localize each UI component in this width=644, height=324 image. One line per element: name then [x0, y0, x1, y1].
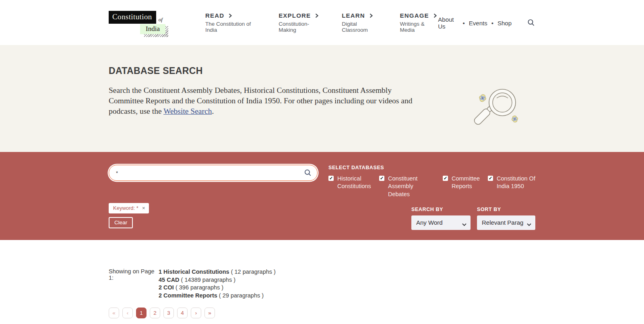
result-count: 2 Committee Reports [159, 292, 217, 299]
search-box [109, 165, 318, 181]
logo-india-text: India [140, 24, 165, 34]
website-search-link[interactable]: Website Search [163, 107, 212, 115]
pagination-first-button[interactable]: « [109, 308, 119, 318]
database-checkbox-row: ✓ Historical Constitutions ✓ Constituent… [328, 175, 535, 198]
page-description: Search the Constituent Assembly Debates,… [109, 85, 427, 117]
nav-explore-subtitle: Constitution-Making [279, 21, 323, 33]
database-search-panel: Keyword: * × Clear SELECT DATABASES ✓ Hi… [0, 152, 644, 240]
sort-by-group: SORT BY Relevant Paragraph [477, 207, 535, 230]
checkbox-label: Constitution Of India 1950 [497, 175, 535, 191]
description-text: Search the Constituent Assembly Debates,… [109, 86, 412, 115]
showing-on-page-label: Showing on Page 1: [109, 268, 159, 300]
site-logo[interactable]: Constitution of India [109, 11, 169, 34]
result-detail: ( 29 paragraphs ) [217, 292, 264, 299]
nav-item-read[interactable]: READ The Constitution of India [205, 12, 260, 33]
results-section: Showing on Page 1: 1 Historical Constitu… [0, 240, 644, 318]
pagination-page-1[interactable]: 1 [136, 308, 147, 318]
result-detail: ( 14389 paragraphs ) [180, 277, 235, 283]
header-search-button[interactable] [527, 18, 535, 27]
chevron-right-icon [433, 13, 438, 18]
clear-button[interactable]: Clear [109, 217, 133, 228]
nav-events[interactable]: Events [469, 20, 487, 27]
page-title: DATABASE SEARCH [109, 66, 535, 76]
secondary-nav: About Us • Events • Shop [438, 15, 512, 30]
search-by-label: SEARCH BY [411, 207, 471, 212]
nav-item-explore[interactable]: EXPLORE Constitution-Making [279, 12, 323, 33]
pagination-page-2[interactable]: 2 [150, 308, 160, 318]
pagination-page-4[interactable]: 4 [177, 308, 188, 318]
keyword-chip-label: Keyword: * [113, 205, 138, 211]
checkbox-checked-icon: ✓ [488, 176, 493, 181]
magnifier-illustration [469, 84, 518, 128]
checkbox-constitution-of-india-1950[interactable]: ✓ Constitution Of India 1950 [488, 175, 535, 198]
logo-hatch-decoration [144, 34, 168, 37]
checkbox-checked-icon: ✓ [379, 176, 384, 181]
pagination-prev-button[interactable]: ‹ [122, 308, 133, 318]
nav-read-label: READ [205, 12, 224, 19]
result-count: 45 CAD [159, 277, 180, 283]
logo-india-wrap: India [140, 24, 165, 34]
pagination-page-3[interactable]: 3 [163, 308, 174, 318]
result-line-coi: 2 COI ( 396 paragraphs ) [159, 284, 276, 292]
checkbox-label: Committee Reports [452, 175, 481, 191]
nav-shop[interactable]: Shop [497, 20, 512, 27]
nav-engage-label: ENGAGE [400, 12, 429, 19]
pagination-last-button[interactable]: » [204, 308, 215, 318]
main-nav: READ The Constitution of India EXPLORE C… [205, 12, 438, 33]
hero-section: DATABASE SEARCH Search the Constituent A… [0, 45, 644, 152]
nav-learn-label: LEARN [342, 12, 365, 19]
nav-item-learn[interactable]: LEARN Digital Classroom [342, 12, 381, 33]
search-by-select[interactable]: Any Word [411, 215, 471, 230]
nav-learn-subtitle: Digital Classroom [342, 21, 381, 33]
search-icon [527, 18, 535, 27]
chevron-right-icon [369, 13, 374, 18]
nav-explore-label: EXPLORE [279, 12, 311, 19]
logo-constitution-text: Constitution [109, 11, 156, 24]
result-line-committee-reports: 2 Committee Reports ( 29 paragraphs ) [159, 292, 276, 300]
nav-read-subtitle: The Constitution of India [205, 21, 260, 33]
result-detail: ( 12 paragraphs ) [229, 269, 276, 275]
result-line-historical-constitutions: 1 Historical Constitutions ( 12 paragrap… [159, 268, 276, 276]
result-detail: ( 396 paragraphs ) [174, 284, 223, 291]
database-search-input[interactable] [109, 165, 318, 181]
checkbox-checked-icon: ✓ [443, 176, 448, 181]
checkbox-label: Constituent Assembly Debates [388, 175, 436, 198]
keyword-filter-chip[interactable]: Keyword: * × [109, 203, 149, 213]
result-count: 1 Historical Constitutions [159, 269, 229, 275]
chevron-right-icon [228, 13, 233, 18]
checkbox-constituent-assembly-debates[interactable]: ✓ Constituent Assembly Debates [379, 175, 436, 198]
sort-by-label: SORT BY [477, 207, 535, 212]
chevron-right-icon [314, 13, 319, 18]
close-icon[interactable]: × [142, 205, 145, 211]
nav-engage-subtitle: Writings & Media [400, 21, 438, 33]
result-line-cad: 45 CAD ( 14389 paragraphs ) [159, 276, 276, 284]
result-count: 2 COI [159, 284, 174, 291]
description-text-end: . [212, 107, 214, 115]
search-by-group: SEARCH BY Any Word [411, 207, 471, 230]
checkbox-checked-icon: ✓ [328, 176, 334, 181]
checkbox-committee-reports[interactable]: ✓ Committee Reports [443, 175, 481, 198]
nav-about-us[interactable]: About Us [438, 16, 458, 30]
nav-item-engage[interactable]: ENGAGE Writings & Media [400, 12, 438, 33]
checkbox-label: Historical Constitutions [337, 175, 373, 191]
checkbox-historical-constitutions[interactable]: ✓ Historical Constitutions [328, 175, 373, 198]
result-summary-list: 1 Historical Constitutions ( 12 paragrap… [159, 268, 276, 300]
dot-separator: • [491, 20, 493, 27]
pagination: « ‹ 1 2 3 4 › » [109, 308, 535, 318]
pagination-next-button[interactable]: › [191, 308, 201, 318]
sort-by-select[interactable]: Relevant Paragraph [477, 215, 535, 230]
logo-row: Constitution of [109, 11, 169, 24]
search-icon[interactable] [304, 169, 312, 178]
dot-separator: • [463, 20, 465, 27]
site-header: Constitution of India READ The Constitut… [0, 0, 644, 45]
logo-of-text: of [159, 16, 163, 23]
select-databases-label: SELECT DATABASES [328, 165, 535, 170]
